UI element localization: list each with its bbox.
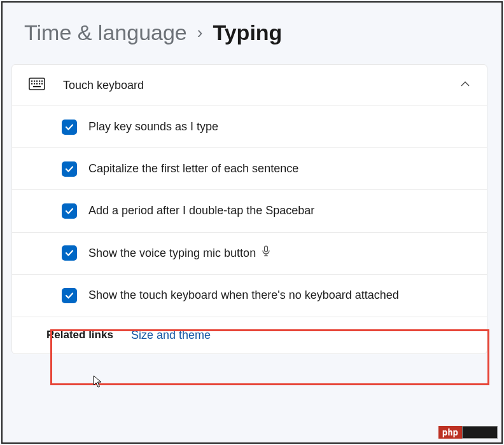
svg-rect-1 — [31, 81, 32, 82]
chevron-up-icon — [460, 79, 470, 92]
keyboard-icon — [29, 78, 63, 93]
breadcrumb-parent[interactable]: Time & language — [24, 20, 187, 45]
svg-rect-11 — [33, 86, 41, 87]
touch-keyboard-section-header[interactable]: Touch keyboard — [12, 65, 487, 106]
option-label: Play key sounds as I type — [88, 119, 218, 135]
checkbox-capitalize-first-letter[interactable] — [62, 161, 77, 177]
option-play-key-sounds: Play key sounds as I type — [12, 106, 487, 148]
size-and-theme-link[interactable]: Size and theme — [131, 329, 211, 342]
option-label: Add a period after I double-tap the Spac… — [88, 203, 314, 219]
related-links-row: Related links Size and theme — [12, 317, 487, 353]
svg-rect-6 — [31, 83, 32, 85]
svg-rect-9 — [39, 83, 40, 85]
option-voice-typing-mic: Show the voice typing mic button — [12, 233, 487, 275]
option-show-touch-keyboard-no-keyboard: Show the touch keyboard when there's no … — [12, 275, 487, 317]
checkbox-add-period-spacebar[interactable] — [62, 203, 77, 219]
option-label: Show the touch keyboard when there's no … — [88, 287, 399, 303]
watermark-text: php — [438, 426, 462, 439]
svg-rect-7 — [34, 83, 35, 85]
svg-rect-3 — [36, 81, 38, 82]
section-title: Touch keyboard — [63, 79, 460, 92]
checkbox-show-touch-keyboard-no-keyboard[interactable] — [62, 288, 77, 303]
checkbox-voice-typing-mic[interactable] — [62, 245, 77, 261]
svg-rect-5 — [41, 81, 43, 82]
svg-rect-2 — [34, 81, 35, 82]
cursor-icon — [93, 375, 104, 392]
svg-rect-8 — [36, 83, 38, 85]
microphone-icon — [262, 245, 270, 261]
option-add-period-spacebar: Add a period after I double-tap the Spac… — [12, 190, 487, 232]
breadcrumb-separator: › — [197, 23, 203, 43]
svg-rect-4 — [39, 81, 40, 82]
related-links-label: Related links — [46, 329, 113, 341]
watermark-block — [462, 426, 498, 439]
watermark: php — [438, 426, 498, 439]
option-label: Show the voice typing mic button — [88, 245, 270, 262]
settings-panel: Touch keyboard Play key sounds as I type… — [11, 64, 487, 354]
breadcrumb: Time & language › Typing — [3, 3, 501, 58]
breadcrumb-current: Typing — [213, 20, 282, 45]
svg-rect-12 — [265, 246, 268, 252]
checkbox-play-key-sounds[interactable] — [62, 120, 77, 135]
option-label: Capitalize the first letter of each sent… — [88, 161, 298, 177]
svg-rect-10 — [41, 83, 43, 85]
option-capitalize-first-letter: Capitalize the first letter of each sent… — [12, 148, 487, 190]
